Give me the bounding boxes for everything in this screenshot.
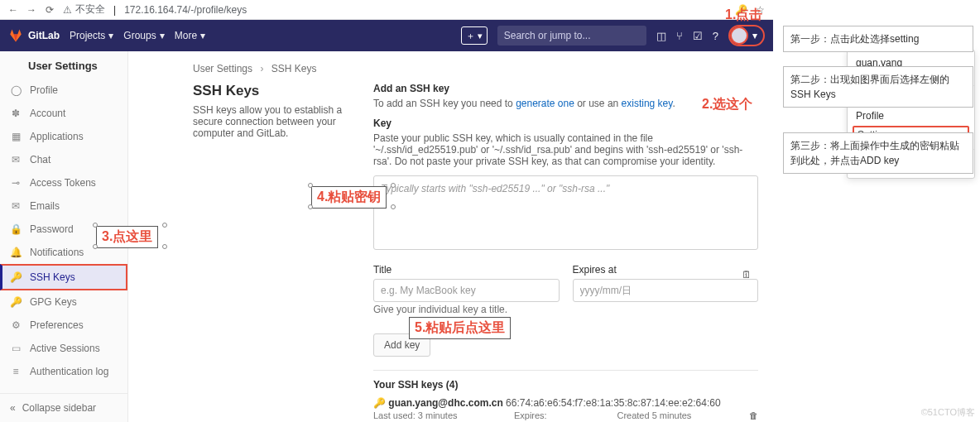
email-icon: ✉	[10, 200, 22, 212]
selection-handle	[162, 244, 167, 249]
chevron-down-icon: ▾	[748, 30, 761, 41]
key-icon: 🔑	[10, 296, 22, 308]
search-input[interactable]: Search or jump to...	[497, 26, 646, 46]
token-icon: ⊸	[10, 177, 22, 189]
calendar-icon[interactable]: 🗓	[742, 269, 752, 281]
selection-handle	[93, 223, 98, 228]
help-icon[interactable]: ?	[713, 30, 718, 42]
title-hint: Give your individual key a title.	[373, 304, 560, 315]
add-key-heading: Add an SSH key	[373, 83, 758, 94]
sidebar-item-active-sessions[interactable]: ▭Active Sessions	[0, 337, 127, 360]
selection-handle	[93, 244, 98, 249]
user-avatar-icon	[730, 26, 748, 45]
user-avatar-wrapper[interactable]: ▾	[728, 25, 765, 46]
key-help: Paste your public SSH key, which is usua…	[373, 132, 758, 167]
collapse-sidebar[interactable]: «Collapse sidebar	[0, 393, 127, 422]
key-icon: 🔑	[10, 271, 22, 283]
log-icon: ≡	[10, 366, 22, 377]
preferences-icon: ⚙	[10, 319, 22, 331]
generate-one-link[interactable]: generate one	[516, 98, 574, 109]
title-input[interactable]	[373, 279, 560, 302]
selection-handle	[308, 204, 313, 209]
menu-groups[interactable]: Groups▾	[123, 30, 164, 41]
lock-icon: 🔒	[10, 223, 22, 235]
expires-input[interactable]	[573, 279, 759, 302]
existing-key-link[interactable]: existing key	[622, 98, 673, 109]
sidebar-item-account[interactable]: ✽Account	[0, 102, 127, 125]
chevron-down-icon: ▾	[108, 30, 113, 41]
apps-icon: ▦	[10, 131, 22, 142]
new-button[interactable]: ＋ ▾	[461, 26, 488, 45]
gitlab-fox-icon	[8, 28, 23, 43]
title-label: Title	[373, 264, 560, 276]
bell-icon: 🔔	[10, 247, 22, 258]
session-icon: ▭	[10, 343, 22, 354]
your-keys-heading: Your SSH keys (4)	[373, 379, 758, 391]
key-icon: 🔑	[373, 397, 386, 409]
key-last-used: Last used: 3 minutes ago	[373, 410, 464, 422]
annotation-3: 3.点这里	[96, 226, 158, 248]
sidebar-item-applications[interactable]: ▦Applications	[0, 125, 127, 148]
trash-icon[interactable]: 🗑	[749, 410, 758, 422]
selection-handle	[391, 183, 396, 188]
profile-icon: ◯	[10, 84, 22, 96]
todos-icon[interactable]: ☑	[693, 30, 703, 42]
annotation-4: 4.粘贴密钥	[311, 186, 387, 209]
annotation-5: 5.粘贴后点这里	[409, 317, 511, 339]
menu-projects[interactable]: Projects▾	[70, 30, 113, 41]
sidebar-title: User Settings	[0, 51, 127, 79]
key-label: Key	[373, 117, 758, 129]
sidebar-item-profile[interactable]: ◯Profile	[0, 79, 127, 102]
step2-box: 第二步：出现如图界面后选择左侧的SSH Keys	[783, 66, 973, 108]
sidebar-item-chat[interactable]: ✉Chat	[0, 148, 127, 171]
page-intro: SSH keys allow you to establish a secure…	[193, 104, 350, 139]
sidebar-item-auth-log[interactable]: ≡Authentication log	[0, 360, 127, 383]
page-title: SSH Keys	[193, 83, 350, 99]
sidebar-item-preferences[interactable]: ⚙Preferences	[0, 314, 127, 337]
reload-icon[interactable]: ⟳	[45, 3, 55, 17]
menu-more[interactable]: More▾	[175, 30, 205, 41]
dropdown-profile[interactable]: Profile	[856, 108, 966, 124]
account-icon: ✽	[10, 108, 22, 119]
main-content: User Settings › SSH Keys SSH Keys SSH ke…	[128, 51, 773, 422]
brand-text: GitLab	[28, 30, 60, 41]
sidebar-item-gpg-keys[interactable]: 🔑GPG Keys	[0, 290, 127, 314]
browser-chrome: ← → ⟳ ⚠ 不安全 | 172.16.164.74/-/profile/ke…	[0, 0, 773, 20]
annotation-2: 2.选这个	[697, 94, 757, 115]
key-expires: Expires: Never	[514, 410, 568, 422]
gitlab-logo[interactable]: GitLab	[8, 28, 60, 43]
insecure-label: 不安全	[75, 2, 105, 17]
annotation-1: 1.点击	[720, 5, 767, 26]
chevron-down-icon: ▾	[160, 30, 165, 41]
chevrons-left-icon: «	[10, 402, 16, 414]
chat-icon: ✉	[10, 154, 22, 165]
forward-icon[interactable]: →	[26, 4, 36, 16]
sidebar-item-ssh-keys[interactable]: 🔑SSH Keys	[0, 264, 127, 290]
chevron-down-icon: ▾	[200, 30, 205, 41]
sidebar-item-access-tokens[interactable]: ⊸Access Tokens	[0, 171, 127, 194]
selection-handle	[308, 183, 313, 188]
step1-box: 第一步：点击此处选择setting	[783, 26, 973, 52]
warning-icon: ⚠	[63, 4, 72, 16]
merge-requests-icon[interactable]: ⑂	[676, 30, 683, 42]
key-textarea[interactable]	[373, 175, 758, 250]
breadcrumb-user-settings[interactable]: User Settings	[193, 63, 252, 74]
selection-handle	[162, 223, 167, 228]
step3-box: 第三步：将上面操作中生成的密钥粘贴到此处，并点击ADD key	[783, 132, 973, 174]
insecure-badge: ⚠ 不安全	[63, 2, 105, 17]
breadcrumb: User Settings › SSH Keys	[193, 63, 758, 74]
sidebar-item-emails[interactable]: ✉Emails	[0, 194, 127, 218]
key-fingerprint-row: 🔑 guan.yang@dhc.com.cn 66:74:a6:e6:54:f7…	[373, 397, 758, 409]
watermark: ©51CTO博客	[921, 406, 975, 419]
breadcrumb-ssh-keys: SSH Keys	[271, 63, 317, 74]
back-icon[interactable]: ←	[8, 4, 18, 16]
expires-label: Expires at	[573, 264, 759, 276]
gitlab-topbar: GitLab Projects▾ Groups▾ More▾ ＋ ▾ Searc…	[0, 20, 773, 51]
key-created: Created 5 minutes ago	[617, 410, 699, 422]
selection-handle	[391, 204, 396, 209]
issues-icon[interactable]: ◫	[656, 30, 666, 42]
address-bar[interactable]: 172.16.164.74/-/profile/keys	[124, 4, 247, 16]
key-meta-row: Last used: 3 minutes ago Expires: Never …	[373, 410, 758, 422]
